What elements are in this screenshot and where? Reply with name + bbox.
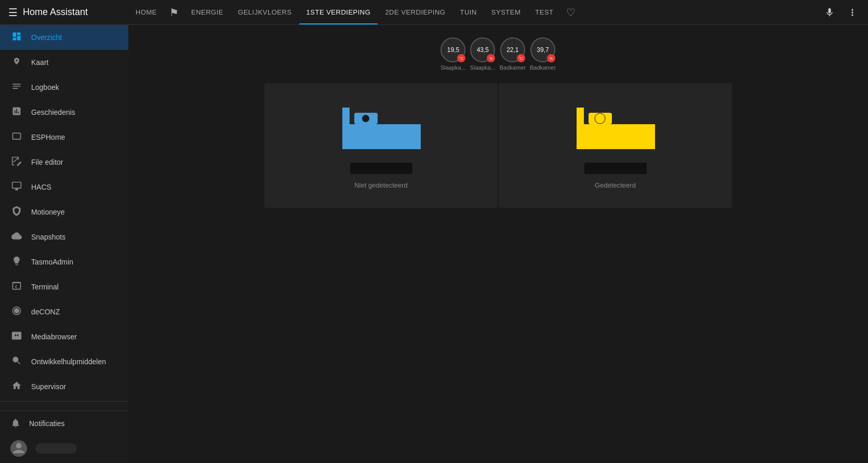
more-vert-icon[interactable] bbox=[842, 2, 863, 23]
sidebar-item-geschiedenis[interactable]: Geschiedenis bbox=[0, 100, 128, 125]
sidebar-item-logboek[interactable]: Logboek bbox=[0, 75, 128, 100]
sidebar-item-notifications[interactable]: Notificaties bbox=[0, 411, 128, 436]
snapshots-icon bbox=[10, 231, 23, 244]
header-right bbox=[814, 2, 868, 23]
sidebar-item-file-editor[interactable]: File editor bbox=[0, 150, 128, 175]
svg-rect-8 bbox=[577, 143, 655, 149]
tab-icon[interactable]: ⚑ bbox=[164, 0, 184, 24]
tab-test[interactable]: TEST bbox=[528, 0, 560, 24]
main-layout: Overzicht Kaart Logboek bbox=[0, 25, 868, 463]
user-name bbox=[35, 443, 77, 454]
bell-icon[interactable]: ♡ bbox=[561, 0, 581, 24]
sidebar-item-snapshots[interactable]: Snapshots bbox=[0, 224, 128, 249]
mediabrowser-icon bbox=[10, 330, 23, 343]
svg-rect-9 bbox=[584, 124, 655, 143]
main-content: 19,5 °C Slaapka... 43,5 % Slaapka... 22,… bbox=[128, 25, 868, 463]
nav-tabs: HOME ⚑ ENERGIE GELIJKVLOERS 1STE VERDIEP… bbox=[128, 0, 814, 24]
sidebar-item-deconz[interactable]: deCONZ bbox=[0, 299, 128, 324]
sidebar-label-terminal: Terminal bbox=[31, 283, 59, 291]
sidebar-label-snapshots: Snapshots bbox=[31, 233, 65, 241]
sidebar-item-tasmoadmin[interactable]: TasmoAdmin bbox=[0, 249, 128, 274]
header-left: ☰ Home Assistant bbox=[0, 6, 128, 19]
sidebar-label-motioneye: Motioneye bbox=[31, 208, 65, 216]
sidebar-item-kaart[interactable]: Kaart bbox=[0, 50, 128, 75]
sensor-dot-3: °C bbox=[517, 54, 525, 62]
svg-point-5 bbox=[362, 114, 370, 123]
microphone-icon[interactable] bbox=[819, 2, 840, 23]
sensor-badge-2: 43,5 % Slaapka... bbox=[470, 37, 496, 71]
sidebar-item-user[interactable] bbox=[0, 436, 128, 461]
overzicht-icon bbox=[10, 31, 23, 44]
sidebar-item-terminal[interactable]: Terminal bbox=[0, 274, 128, 299]
ontwikkelhulpmiddelen-icon bbox=[10, 355, 23, 368]
bed-yellow-icon bbox=[574, 102, 657, 154]
svg-rect-13 bbox=[651, 124, 655, 149]
motioneye-icon bbox=[10, 206, 23, 219]
sensor-value-3: 22,1 bbox=[506, 46, 518, 54]
notification-icon bbox=[10, 418, 21, 430]
header: ☰ Home Assistant HOME ⚑ ENERGIE GELIJKVL… bbox=[0, 0, 868, 25]
sidebar-item-ontwikkelhulpmiddelen[interactable]: Ontwikkelhulpmiddelen bbox=[0, 349, 128, 374]
svg-rect-3 bbox=[350, 124, 420, 143]
sidebar-bottom: Notificaties bbox=[0, 411, 128, 463]
sidebar-item-hacs[interactable]: HACS bbox=[0, 175, 128, 200]
geschiedenis-icon bbox=[10, 106, 23, 119]
sidebar-divider bbox=[0, 401, 128, 402]
tab-system[interactable]: SYSTEM bbox=[484, 0, 528, 24]
sensor-value-4: 39,7 bbox=[537, 46, 549, 54]
sensor-badge-1: 19,5 °C Slaapka... bbox=[440, 37, 466, 71]
sensor-label-3: Badkamer bbox=[500, 64, 526, 71]
sidebar-item-overzicht[interactable]: Overzicht bbox=[0, 25, 128, 50]
notifications-label: Notificaties bbox=[29, 419, 64, 428]
sensor-row: 19,5 °C Slaapka... 43,5 % Slaapka... 22,… bbox=[137, 33, 860, 75]
status-bar-2 bbox=[584, 163, 647, 174]
sensor-badge-4: 39,7 % Badkamer bbox=[530, 37, 556, 71]
kaart-icon bbox=[10, 56, 23, 69]
terminal-icon bbox=[10, 281, 23, 294]
tab-energie[interactable]: ENERGIE bbox=[184, 0, 231, 24]
sidebar-label-logboek: Logboek bbox=[31, 83, 59, 91]
card-detected[interactable]: Gedetecteerd bbox=[499, 83, 732, 208]
tab-gelijkvloers[interactable]: GELIJKVLOERS bbox=[231, 0, 299, 24]
status-text-1: Niet gedetecteerd bbox=[354, 181, 408, 189]
sidebar-label-file-editor: File editor bbox=[31, 158, 63, 166]
sidebar-item-motioneye[interactable]: Motioneye bbox=[0, 200, 128, 224]
sidebar-item-supervisor[interactable]: Supervisor bbox=[0, 374, 128, 399]
tab-tuin[interactable]: TUIN bbox=[452, 0, 484, 24]
sidebar-label-ontwikkelhulpmiddelen: Ontwikkelhulpmiddelen bbox=[31, 358, 106, 366]
tab-1ste-verdieping[interactable]: 1STE VERDIEPING bbox=[299, 0, 378, 24]
cards-grid: Niet gedetecteerd bbox=[264, 83, 732, 208]
svg-rect-2 bbox=[342, 143, 420, 149]
sidebar-label-mediabrowser: Mediabrowser bbox=[31, 333, 77, 341]
sensor-circle-1: 19,5 °C bbox=[440, 37, 465, 62]
hamburger-icon[interactable]: ☰ bbox=[8, 6, 18, 19]
sidebar-label-supervisor: Supervisor bbox=[31, 382, 66, 391]
tab-2de-verdieping[interactable]: 2DE VERDIEPING bbox=[378, 0, 452, 24]
sidebar-item-mediabrowser[interactable]: Mediabrowser bbox=[0, 324, 128, 349]
sidebar-label-deconz: deCONZ bbox=[31, 308, 60, 316]
sensor-label-4: Badkamer bbox=[530, 64, 556, 71]
deconz-icon bbox=[10, 306, 23, 319]
sidebar-label-hacs: HACS bbox=[31, 183, 51, 191]
sensor-label-1: Slaapka... bbox=[440, 64, 466, 71]
tab-home[interactable]: HOME bbox=[128, 0, 164, 24]
sidebar-label-esphome: ESPHome bbox=[31, 133, 65, 141]
card-not-detected[interactable]: Niet gedetecteerd bbox=[264, 83, 498, 208]
sensor-circle-4: 39,7 % bbox=[530, 37, 555, 62]
sensor-dot-4: % bbox=[547, 54, 555, 62]
sidebar-label-geschiedenis: Geschiedenis bbox=[31, 108, 75, 116]
sensor-dot-1: °C bbox=[457, 54, 465, 62]
sidebar-label-kaart: Kaart bbox=[31, 58, 48, 67]
hacs-icon bbox=[10, 181, 23, 194]
sensor-label-2: Slaapka... bbox=[470, 64, 496, 71]
sidebar-label-tasmoadmin: TasmoAdmin bbox=[31, 258, 73, 266]
sidebar: Overzicht Kaart Logboek bbox=[0, 25, 128, 463]
sensor-badge-3: 22,1 °C Badkamer bbox=[500, 37, 526, 71]
file-editor-icon bbox=[10, 156, 23, 169]
svg-point-12 bbox=[596, 115, 604, 122]
sensor-circle-2: 43,5 % bbox=[470, 37, 495, 62]
sidebar-item-esphome[interactable]: ESPHome bbox=[0, 125, 128, 150]
supervisor-icon bbox=[10, 380, 23, 393]
status-text-2: Gedetecteerd bbox=[595, 181, 636, 189]
svg-point-0 bbox=[16, 443, 22, 448]
